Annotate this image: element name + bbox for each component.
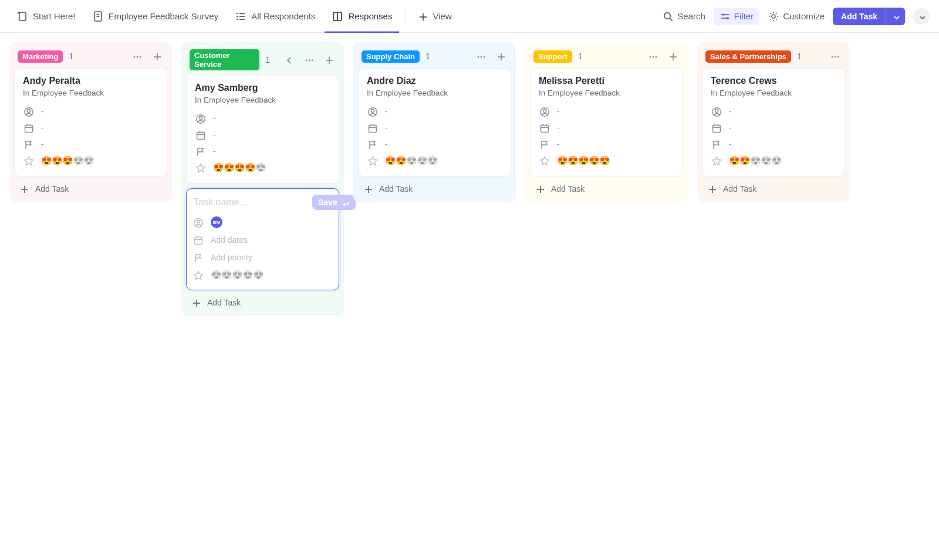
column-header: Support 1 — [530, 47, 683, 68]
plus-icon — [495, 51, 506, 62]
tab-label: Responses — [348, 11, 392, 21]
column-pill[interactable]: Customer Service — [190, 49, 259, 70]
task-card[interactable]: Andre Diaz In Employee Feedback - - - 😍😍… — [358, 68, 511, 177]
tab-all-respondents[interactable]: All Respondents — [228, 0, 322, 33]
rating-emoji: 😍😍😍😍😍 — [385, 155, 438, 166]
column-add-button[interactable] — [322, 53, 336, 67]
assignee-value: - — [385, 107, 388, 116]
search-label: Search — [677, 11, 705, 21]
priority-value: - — [557, 140, 560, 149]
column-support: Support 1 Melissa Peretti In Employee Fe… — [525, 42, 688, 202]
column-supply-chain: Supply Chain 1 Andre Diaz In Employee Fe… — [353, 42, 516, 202]
add-dates-label[interactable]: Add dates — [211, 235, 248, 245]
date-value: - — [213, 130, 216, 140]
card-subtitle: In Employee Feedback — [23, 89, 158, 97]
plus-icon — [535, 184, 545, 194]
card-subtitle: In Employee Feedback — [195, 96, 330, 104]
add-priority-label[interactable]: Add priority — [211, 253, 252, 262]
rating-emoji: 😍😍😍😍😍 — [729, 155, 782, 166]
column-more-button[interactable] — [302, 53, 316, 67]
column-pill[interactable]: Marketing — [18, 50, 63, 63]
task-card[interactable]: Andy Peralta In Employee Feedback - - - … — [14, 68, 167, 177]
calendar-icon — [192, 235, 204, 246]
calendar-icon — [711, 123, 722, 134]
add-task-button[interactable]: Add Task — [358, 177, 511, 198]
star-icon — [539, 155, 550, 167]
column-more-button[interactable] — [646, 49, 660, 63]
assignee-icon — [23, 106, 34, 117]
rating-emoji: 😍😍😍😍😍 — [213, 162, 266, 173]
assignee-icon — [367, 106, 378, 117]
add-task-button[interactable]: Add Task — [186, 290, 339, 311]
save-button[interactable]: Save — [312, 195, 356, 210]
column-more-button[interactable] — [827, 49, 842, 63]
plus-icon — [151, 51, 162, 62]
plus-icon — [707, 184, 717, 194]
column-pill[interactable]: Sales & Partnerships — [705, 50, 791, 63]
assignee-icon — [539, 106, 550, 117]
assignee-value: - — [557, 107, 560, 116]
star-icon — [23, 155, 34, 167]
column-more-button[interactable] — [474, 49, 488, 63]
assignee-icon — [195, 113, 206, 124]
column-add-button[interactable] — [666, 49, 680, 63]
rating-emoji[interactable]: 😍😍😍😍😍 — [211, 270, 264, 280]
customize-button[interactable]: Customize — [762, 7, 830, 25]
tab-responses[interactable]: Responses — [325, 0, 399, 33]
add-view-button[interactable]: View — [411, 8, 457, 25]
more-menu-button[interactable] — [913, 8, 930, 25]
assignee-icon — [711, 106, 722, 117]
card-subtitle: In Employee Feedback — [711, 89, 836, 97]
card-title: Andre Diaz — [367, 76, 502, 86]
task-card[interactable]: Amy Samberg In Employee Feedback - - - 😍… — [186, 75, 339, 184]
filter-button[interactable]: Filter — [714, 8, 759, 25]
column-count: 1 — [425, 52, 430, 61]
add-task-button[interactable]: Add Task — [833, 8, 886, 25]
chevron-down-icon — [917, 12, 926, 21]
rating-emoji: 😍😍😍😍😍 — [41, 155, 94, 166]
add-view-label: View — [433, 11, 451, 21]
column-pill[interactable]: Supply Chain — [362, 50, 420, 63]
add-task-button[interactable]: Add Task — [14, 177, 167, 198]
search-button[interactable]: Search — [656, 7, 711, 25]
column-more-button[interactable] — [130, 49, 144, 63]
column-count: 1 — [265, 55, 270, 65]
task-card[interactable]: Terence Crews In Employee Feedback - - -… — [702, 68, 845, 177]
add-task-label: Add Task — [207, 298, 241, 307]
tab-label: All Respondents — [251, 11, 315, 21]
assignee-value: - — [729, 107, 732, 116]
column-collapse-button[interactable] — [282, 53, 296, 67]
plus-icon — [191, 297, 201, 308]
column-add-button[interactable] — [494, 49, 508, 63]
add-task-dropdown[interactable] — [886, 8, 905, 25]
dots-icon — [647, 51, 658, 62]
flag-icon — [711, 139, 722, 150]
assignee-icon — [192, 217, 204, 228]
add-task-button[interactable]: Add Task — [702, 177, 845, 198]
customize-label: Customize — [783, 11, 825, 21]
assignee-avatar[interactable]: BM — [211, 216, 222, 228]
column-add-button[interactable] — [150, 49, 164, 63]
star-icon — [367, 155, 378, 167]
doc-icon — [92, 11, 104, 22]
date-value: - — [385, 123, 388, 133]
add-task-button[interactable]: Add Task — [530, 177, 683, 198]
chevron-left-icon — [283, 55, 294, 65]
card-title: Terence Crews — [711, 76, 836, 86]
column-count: 1 — [69, 52, 73, 61]
priority-value: - — [729, 140, 732, 149]
add-task-label: Add Task — [35, 184, 69, 194]
date-value: - — [557, 123, 560, 133]
calendar-icon — [23, 123, 34, 134]
enter-icon — [341, 198, 350, 207]
dots-icon — [131, 51, 142, 62]
tab-employee-feedback-survey[interactable]: Employee Feedback Survey — [85, 0, 226, 33]
add-task-label: Add Task — [841, 12, 877, 21]
task-card[interactable]: Melissa Peretti In Employee Feedback - -… — [530, 68, 683, 177]
assignee-value: - — [41, 107, 44, 116]
task-name-input[interactable] — [192, 195, 312, 210]
column-pill[interactable]: Support — [533, 50, 572, 63]
plus-icon — [323, 55, 334, 65]
tab-start-here[interactable]: Start Here! — [9, 0, 83, 33]
save-label: Save — [318, 198, 337, 207]
